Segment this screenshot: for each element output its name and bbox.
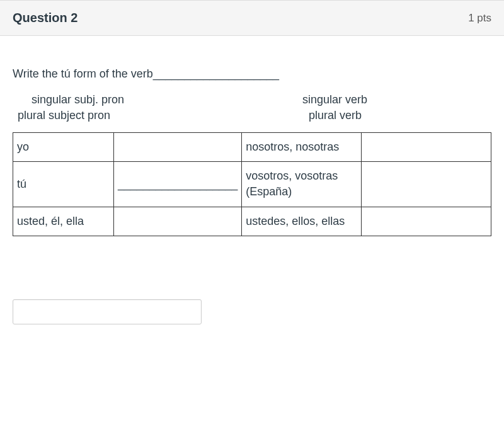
conjugation-table: yo nosotros, nosotras tú _______________… xyxy=(13,132,491,236)
labels-row-singular: singular subj. pron singular verb xyxy=(13,93,491,106)
label-plural-subj: plural subject pron xyxy=(13,109,252,122)
labels-row-plural: plural subject pron plural verb xyxy=(13,109,491,122)
cell-pl-pron: ustedes, ellos, ellas xyxy=(242,207,362,236)
cell-sg-verb xyxy=(114,207,242,236)
cell-sg-verb xyxy=(114,133,242,162)
table-row: tú ___________________ vosotros, vosotra… xyxy=(13,162,491,207)
cell-sg-verb: ___________________ xyxy=(114,162,242,207)
label-singular-verb: singular verb xyxy=(252,93,491,106)
label-plural-verb: plural verb xyxy=(252,109,491,122)
answer-input[interactable] xyxy=(13,299,202,324)
cell-sg-pron: yo xyxy=(13,133,114,162)
cell-sg-pron: tú xyxy=(13,162,114,207)
cell-pl-verb xyxy=(362,133,491,162)
question-points: 1 pts xyxy=(468,12,491,25)
cell-pl-verb xyxy=(362,162,491,207)
cell-sg-pron: usted, él, ella xyxy=(13,207,114,236)
cell-pl-pron: nosotros, nosotras xyxy=(242,133,362,162)
label-singular-subj: singular subj. pron xyxy=(13,93,252,106)
table-row: yo nosotros, nosotras xyxy=(13,133,491,162)
question-body: Write the tú form of the verb___________… xyxy=(0,36,504,337)
question-header: Question 2 1 pts xyxy=(0,0,504,36)
cell-pl-verb xyxy=(362,207,491,236)
cell-pl-pron: vosotros, vosotras (España) xyxy=(242,162,362,207)
question-prompt: Write the tú form of the verb___________… xyxy=(13,67,491,81)
question-title: Question 2 xyxy=(13,11,77,25)
table-row: usted, él, ella ustedes, ellos, ellas xyxy=(13,207,491,236)
